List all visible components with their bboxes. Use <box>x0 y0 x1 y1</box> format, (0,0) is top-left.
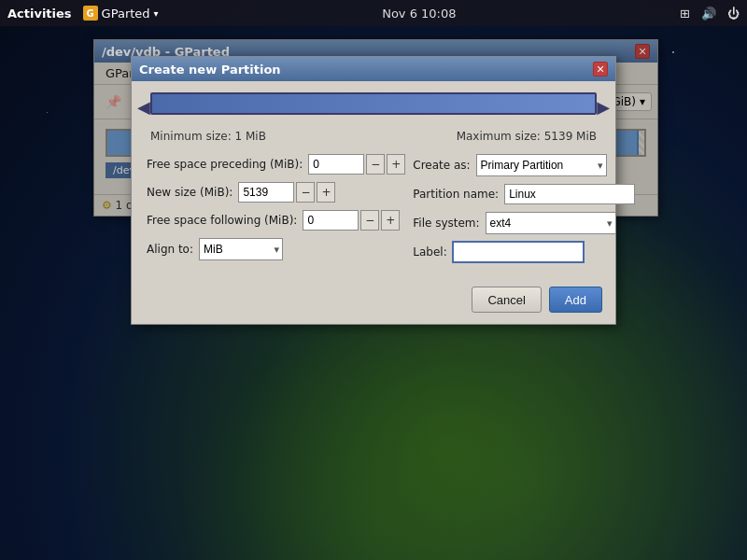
free-preceding-input[interactable] <box>308 154 364 175</box>
new-size-input[interactable] <box>238 182 294 203</box>
dialog-titlebar: Create new Partition ✕ <box>132 57 615 81</box>
new-size-row: New size (MiB): − + <box>147 182 405 203</box>
activities-button[interactable]: Activities <box>7 7 72 21</box>
free-following-label: Free space following (MiB): <box>147 214 297 227</box>
new-size-increment[interactable]: + <box>317 182 335 203</box>
free-preceding-increment[interactable]: + <box>387 154 405 175</box>
app-icon: G <box>83 6 98 21</box>
label-row: Label: <box>413 242 635 262</box>
free-preceding-stepper: − + <box>308 154 405 175</box>
form-grid: Free space preceding (MiB): − + New size… <box>132 147 615 281</box>
volume-icon: 🔊 <box>701 7 716 21</box>
free-following-increment[interactable]: + <box>381 210 400 231</box>
file-system-row: File system: ext4 ext3 ext2 fat32 ntfs <box>413 212 635 234</box>
network-icon: ⊞ <box>680 7 690 21</box>
create-as-select-wrap: Primary Partition Logical Partition Exte… <box>476 154 607 176</box>
align-row: Align to: MiB Cylinder None <box>147 238 405 260</box>
align-select[interactable]: MiB Cylinder None <box>199 238 283 260</box>
free-preceding-decrement[interactable]: − <box>366 154 385 175</box>
file-system-select-wrap: ext4 ext3 ext2 fat32 ntfs <box>486 212 616 234</box>
app-name-label: GParted <box>102 7 150 21</box>
form-right: Create as: Primary Partition Logical Par… <box>409 150 639 273</box>
add-button[interactable]: Add <box>549 287 602 313</box>
align-label: Align to: <box>147 243 193 256</box>
progress-track <box>150 92 597 115</box>
cancel-button[interactable]: Cancel <box>472 287 541 313</box>
new-size-stepper: − + <box>238 182 335 203</box>
file-system-select[interactable]: ext4 ext3 ext2 fat32 ntfs <box>486 212 616 234</box>
min-size-label: Minimum size: 1 MiB <box>150 130 266 143</box>
power-icon[interactable]: ⏻ <box>727 7 740 21</box>
partition-name-input[interactable] <box>504 184 635 204</box>
arrow-left-icon: ◀ <box>137 97 150 117</box>
free-following-decrement[interactable]: − <box>360 210 379 231</box>
size-info: Minimum size: 1 MiB Maximum size: 5139 M… <box>132 126 615 147</box>
file-system-label: File system: <box>413 217 479 230</box>
label-input[interactable] <box>453 242 584 262</box>
align-select-wrap: MiB Cylinder None <box>199 238 283 260</box>
free-following-stepper: − + <box>303 210 400 231</box>
free-preceding-row: Free space preceding (MiB): − + <box>147 154 405 175</box>
partition-name-row: Partition name: <box>413 184 635 204</box>
dialog-title: Create new Partition <box>139 63 281 77</box>
free-following-input[interactable] <box>303 210 359 231</box>
create-as-select[interactable]: Primary Partition Logical Partition Exte… <box>476 154 607 176</box>
free-preceding-label: Free space preceding (MiB): <box>147 158 303 171</box>
dialog-close-button[interactable]: ✕ <box>593 62 608 77</box>
create-as-row: Create as: Primary Partition Logical Par… <box>413 154 635 176</box>
new-size-decrement[interactable]: − <box>296 182 315 203</box>
dialog-buttons: Cancel Add <box>132 281 615 324</box>
app-indicator[interactable]: G GParted ▾ <box>83 6 159 21</box>
progress-fill <box>152 94 595 113</box>
topbar-right: ⊞ 🔊 ⏻ <box>680 7 740 21</box>
partition-size-visualizer: ◀ ▶ <box>150 92 597 120</box>
topbar-datetime: Nov 6 10:08 <box>159 7 680 21</box>
free-following-row: Free space following (MiB): − + <box>147 210 405 231</box>
max-size-label: Maximum size: 5139 MiB <box>457 130 597 143</box>
arrow-right-icon: ▶ <box>597 97 610 117</box>
dialog-overlay: Create new Partition ✕ ◀ ▶ Minimum size:… <box>0 0 747 560</box>
label-label: Label: <box>413 245 446 259</box>
create-as-label: Create as: <box>413 159 470 172</box>
partition-name-label: Partition name: <box>413 188 499 201</box>
create-partition-dialog: Create new Partition ✕ ◀ ▶ Minimum size:… <box>131 56 616 325</box>
new-size-label: New size (MiB): <box>147 186 233 199</box>
topbar: Activities G GParted ▾ Nov 6 10:08 ⊞ 🔊 ⏻ <box>0 0 747 26</box>
form-left: Free space preceding (MiB): − + New size… <box>143 150 409 273</box>
